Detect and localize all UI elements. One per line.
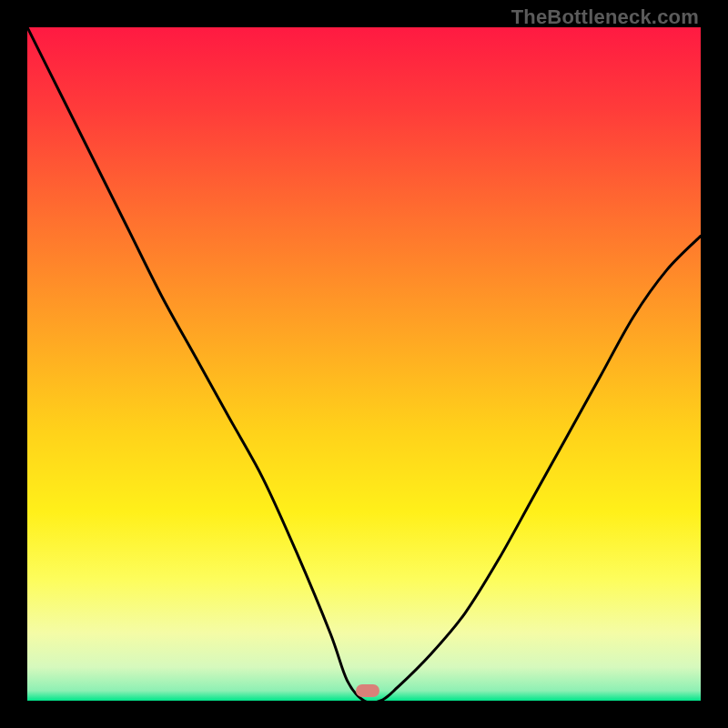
watermark-text: TheBottleneck.com (511, 5, 699, 29)
optimal-point-marker (356, 684, 379, 697)
chart-frame: TheBottleneck.com (0, 0, 728, 728)
plot-area (27, 27, 701, 701)
bottleneck-curve (27, 27, 701, 701)
